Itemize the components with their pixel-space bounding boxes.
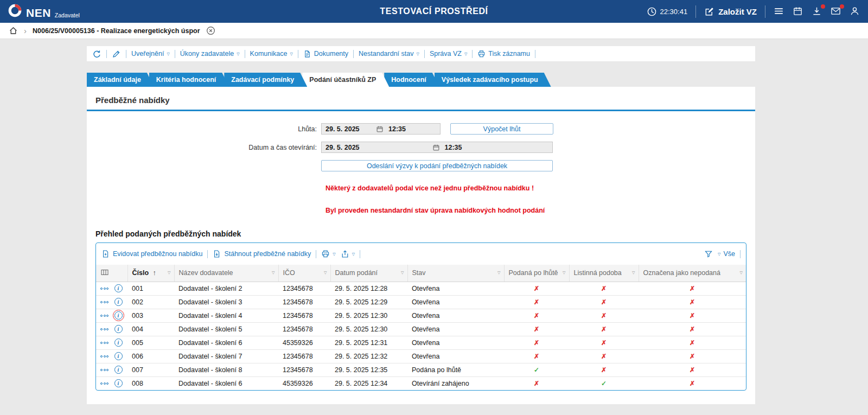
table-row[interactable]: i002Dodavatel - školení 31234567829. 5. … xyxy=(96,295,746,309)
dropdown-arrow-icon: ▽ xyxy=(333,252,335,257)
row-menu-icon[interactable] xyxy=(100,301,110,303)
table-row[interactable]: i001Dodavatel - školení 21234567829. 5. … xyxy=(96,282,746,295)
row-info-icon[interactable]: i xyxy=(114,325,123,333)
tab-kriteria-hodnoceni[interactable]: Kritéria hodnocení xyxy=(149,73,229,87)
row-info-icon[interactable]: i xyxy=(114,298,123,306)
col-header-nazev-dodavatele[interactable]: Název dodavatele ▽ xyxy=(174,265,278,282)
evidovat-nabidku-button[interactable]: Evidovat předběžnou nabídku xyxy=(101,250,202,258)
col-header-stav[interactable]: Stav ▽ xyxy=(407,265,504,282)
home-icon[interactable] xyxy=(9,26,18,35)
row-menu-icon[interactable] xyxy=(100,288,110,290)
menu-nestandardni-stav[interactable]: Nestandardní stav ▽ xyxy=(359,50,419,58)
filter-dropdown-icon[interactable]: ▽ xyxy=(272,271,275,275)
table-row[interactable]: i004Dodavatel - školení 51234567829. 5. … xyxy=(96,322,746,336)
cross-icon: ✗ xyxy=(690,325,695,333)
messages-button[interactable] xyxy=(831,6,841,17)
calendar-icon[interactable] xyxy=(432,144,440,151)
row-menu-icon[interactable] xyxy=(100,355,110,357)
menu-ukony-zadavatele[interactable]: Úkony zadavatele ▽ xyxy=(180,50,240,58)
calendar-button[interactable] xyxy=(793,6,803,17)
menu-sprava-vz[interactable]: Správa VZ ▽ xyxy=(430,50,467,58)
filter-icon[interactable] xyxy=(704,250,713,258)
menu-button[interactable] xyxy=(774,6,784,17)
cell-listinna-podoba: ✗ xyxy=(569,336,639,349)
table-row[interactable]: i008Dodavatel - školení 64535932629. 5. … xyxy=(96,376,746,390)
breadcrumb-item[interactable]: N006/25/V00005136 - Realizace energetick… xyxy=(33,27,200,35)
downloads-button[interactable] xyxy=(812,6,822,17)
row-menu-icon[interactable] xyxy=(100,315,110,317)
col-header-ico[interactable]: IČO ▽ xyxy=(278,265,330,282)
calendar-icon[interactable] xyxy=(376,125,384,133)
tab-hodnoceni[interactable]: Hodnocení xyxy=(384,73,439,87)
col-header-oznacena-jako-nepodana[interactable]: Označena jako nepodaná ▽ xyxy=(639,265,746,282)
row-menu-icon[interactable] xyxy=(100,382,110,385)
filter-dropdown-icon[interactable]: ▽ xyxy=(401,271,404,275)
print-dropdown-button[interactable]: ▽ xyxy=(321,250,335,258)
cell-cislo: 003 xyxy=(127,309,174,322)
row-info-icon[interactable]: i xyxy=(114,379,123,387)
col-header-cislo[interactable]: Číslo ↑ ▽ xyxy=(127,265,174,282)
row-menu-icon[interactable] xyxy=(100,328,110,330)
vypocet-lhut-button[interactable]: Výpočet lhůt xyxy=(450,123,553,135)
menu-dokumenty[interactable]: Dokumenty xyxy=(303,50,348,58)
sort-asc-icon[interactable]: ↑ xyxy=(153,269,156,277)
tab-zadavaci-podminky[interactable]: Zadávací podmínky xyxy=(224,73,307,87)
close-record-icon[interactable] xyxy=(206,26,215,35)
filter-vse-dropdown[interactable]: ▽ Vše xyxy=(718,250,735,258)
brand[interactable]: NEN Zadavatel xyxy=(8,3,80,20)
row-info-icon[interactable]: i xyxy=(114,339,123,347)
tab-zakladni-udaje[interactable]: Základní údaje xyxy=(87,73,154,87)
row-info-icon[interactable]: i xyxy=(114,284,123,292)
row-info-icon[interactable]: i xyxy=(114,311,123,320)
menu-tisk-zaznamu[interactable]: Tisk záznamu xyxy=(477,50,530,58)
table-row[interactable]: i005Dodavatel - školení 64535932629. 5. … xyxy=(96,336,746,349)
table-row[interactable]: i003Dodavatel - školení 41234567829. 5. … xyxy=(96,309,746,322)
row-menu-icon[interactable] xyxy=(100,342,110,344)
deadline-field[interactable]: 29. 5. 2025 12:35 xyxy=(321,123,441,135)
cross-icon: ✗ xyxy=(601,312,607,320)
col-header-podana-po-lhute[interactable]: Podaná po lhůtě ▽ xyxy=(504,265,569,282)
filter-dropdown-icon[interactable]: ▽ xyxy=(497,271,500,275)
filter-dropdown-icon[interactable]: ▽ xyxy=(632,271,635,275)
history-icon[interactable] xyxy=(92,49,101,59)
tab-podani-ucastniku-zp[interactable]: Podání účastníků ZP xyxy=(302,73,389,87)
profile-button[interactable] xyxy=(850,6,860,17)
table-row[interactable]: i006Dodavatel - školení 71234567829. 5. … xyxy=(96,349,746,363)
opening-field[interactable]: 29. 5. 2025 12:35 xyxy=(321,142,553,153)
row-menu-icon[interactable] xyxy=(100,369,110,371)
deadline-date-value[interactable]: 29. 5. 2025 xyxy=(322,125,376,133)
filter-dropdown-icon[interactable]: ▽ xyxy=(740,271,743,275)
notification-badge xyxy=(821,4,825,9)
cross-icon: ✗ xyxy=(690,353,695,360)
create-vz-button[interactable]: Založit VZ xyxy=(704,7,757,17)
menu-uverejneni[interactable]: Uveřejnění ▽ xyxy=(131,50,170,58)
cross-icon: ✗ xyxy=(601,353,607,360)
cell-oznacena-jako-nepodana: ✗ xyxy=(639,336,746,349)
export-dropdown-button[interactable]: ▽ xyxy=(341,250,355,258)
column-settings-icon[interactable] xyxy=(100,268,109,277)
opening-time-value[interactable]: 12:35 xyxy=(440,144,553,151)
filter-dropdown-icon[interactable]: ▽ xyxy=(563,271,565,275)
dropdown-arrow-icon: ▽ xyxy=(464,52,467,56)
menu-komunikace[interactable]: Komunikace ▽ xyxy=(250,50,293,58)
col-header-listinna-podoba[interactable]: Listinná podoba ▽ xyxy=(569,265,639,282)
row-info-icon[interactable]: i xyxy=(114,366,123,374)
cell-stav: Podána po lhůtě xyxy=(407,363,504,376)
menu-label: Nestandardní stav xyxy=(359,50,413,58)
filter-dropdown-icon[interactable]: ▽ xyxy=(168,271,170,275)
stahnout-nabidky-button[interactable]: Stáhnout předběžné nabídky xyxy=(213,250,311,258)
menu-label: Tisk záznamu xyxy=(488,50,530,58)
row-info-icon[interactable]: i xyxy=(114,352,123,360)
send-invitation-button[interactable]: Odeslání výzvy k podání předběžných nabí… xyxy=(321,160,553,171)
filter-dropdown-icon[interactable]: ▽ xyxy=(324,271,327,275)
tab-vysledek-zadavaciho-postupu[interactable]: Výsledek zadávacího postupu xyxy=(435,73,551,87)
deadline-time-value[interactable]: 12:35 xyxy=(384,125,440,133)
deadline-form: Lhůta: 29. 5. 2025 12:35 Výpočet lhůt Da… xyxy=(87,123,755,214)
col-header-datum-podani[interactable]: Datum podání ▽ xyxy=(330,265,407,282)
row-actions: i xyxy=(96,349,127,363)
opening-date-value[interactable]: 29. 5. 2025 xyxy=(322,144,432,151)
table-row[interactable]: i007Dodavatel - školení 81234567829. 5. … xyxy=(96,363,746,376)
col-header-actions[interactable] xyxy=(96,265,127,282)
pencil-icon[interactable] xyxy=(112,49,121,59)
row-actions: i xyxy=(96,336,127,349)
